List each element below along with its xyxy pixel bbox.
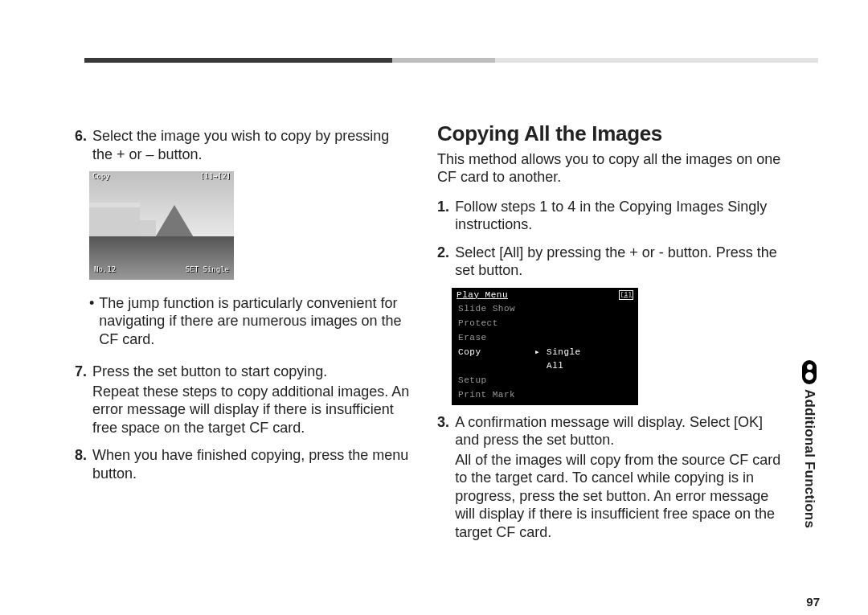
section-heading: Copying All the Images [437,121,784,147]
menu-item-label [458,361,534,372]
step-number: 2. [437,244,449,280]
step-1: 1. Follow steps 1 to 4 in the Copying Im… [437,198,784,234]
step-number: 1. [437,198,449,234]
preview-top-left: Copy [92,172,110,184]
menu-item-label: Erase [458,333,534,344]
menu-row: Copy▸Single [452,346,638,360]
menu-item-value: All [547,361,563,372]
step-text: Select the image you wish to copy by pre… [92,127,413,163]
arrow-icon: ▸ [534,347,547,359]
bullet-text: The jump function is particularly conven… [99,294,413,349]
side-tab: Additional Functions [799,360,820,528]
step-sub: Repeat these steps to copy additional im… [92,383,413,437]
preview-bottom-right: SET Single [186,265,229,278]
step-number: 7. [75,363,87,437]
manual-page: 6. Select the image you wish to copy by … [0,0,868,615]
step-number: 6. [75,127,87,163]
section-intro: This method allows you to copy all the i… [437,150,784,187]
step-number: 8. [75,446,87,482]
page-number: 97 [806,595,820,609]
step-text: Follow steps 1 to 4 in the Copying Image… [455,198,784,234]
step-lead: Press the set button to start copying. [92,363,413,381]
menu-item-label: Print Mark [458,390,534,401]
step-sub: All of the images will copy from the sou… [455,451,784,542]
right-column: Copying All the Images This method allow… [437,121,784,599]
menu-row: Slide Show [452,302,638,317]
step-number: 3. [437,413,449,542]
content-columns: 6. Select the image you wish to copy by … [75,121,784,599]
menu-row: Print Mark [452,388,638,403]
cf-card-icon: [1] [619,290,633,300]
menu-row: Protect [452,317,638,331]
bullet-dot-icon: • [89,294,94,349]
step-6: 6. Select the image you wish to copy by … [75,127,413,163]
preview-top-right: [1]→[2] [200,172,231,184]
menu-row: Erase [452,331,638,346]
menu-item-label: Slide Show [458,304,534,315]
menu-row: All [452,359,638,374]
menu-item-label: Copy [458,347,534,359]
play-menu-screenshot: Play Menu [1] Slide ShowProtectEraseCopy… [452,288,638,405]
menu-item-value: Single [547,347,581,359]
preview-bottom-left: No.12 [94,265,116,278]
step-lead: A confirmation message will display. Sel… [455,413,784,449]
header-rule [84,58,818,63]
menu-title-row: Play Menu [1] [452,289,638,303]
menu-item-label: Setup [458,375,534,387]
step-7: 7. Press the set button to start copying… [75,363,413,437]
step-text: Select [All] by pressing the + or - butt… [455,244,784,280]
step-3: 3. A confirmation message will display. … [437,413,784,542]
menu-row: Setup [452,374,638,388]
menu-item-label: Protect [458,318,534,330]
step-6-bullet: • The jump function is particularly conv… [89,294,413,349]
left-column: 6. Select the image you wish to copy by … [75,121,413,599]
side-tab-icon [802,360,817,384]
step-2: 2. Select [All] by pressing the + or - b… [437,244,784,280]
side-tab-label: Additional Functions [801,389,817,528]
menu-title: Play Menu [457,290,508,301]
step-8: 8. When you have finished copying, press… [75,446,413,482]
step-text: When you have finished copying, press th… [92,446,413,482]
camera-preview-image: Copy [1]→[2] No.12 SET Single [89,171,234,280]
